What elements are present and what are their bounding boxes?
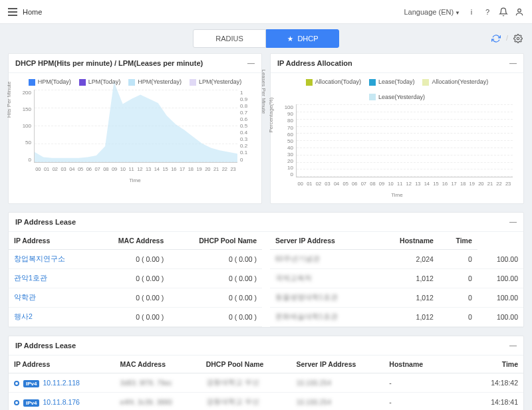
table-row[interactable]: 약학관0 ( 0.00 )0 ( 0.00 ) bbox=[9, 288, 262, 308]
ipv4-badge: IPv4 bbox=[23, 380, 39, 387]
card-title: IP Address Lease bbox=[15, 218, 76, 226]
table-row[interactable]: IPv410.11.8.176e4f4. 3c39. 3880경동대학교 무선1… bbox=[9, 393, 523, 410]
collapse-icon[interactable]: — bbox=[247, 59, 255, 67]
card-lease-summary: IP Address Lease — IP AddressMAC Address… bbox=[8, 212, 524, 328]
collapse-icon[interactable]: — bbox=[509, 59, 517, 67]
table-row[interactable]: 창업복지연구소0 ( 0.00 )0 ( 0.00 ) bbox=[9, 250, 262, 269]
breadcrumb-home[interactable]: Home bbox=[23, 8, 42, 16]
table-row[interactable]: 60주년기념관2,0240100.00 bbox=[270, 250, 523, 269]
chart-legend: Allocation(Today) Lease(Today) Allocatio… bbox=[277, 78, 517, 100]
refresh-icon[interactable] bbox=[491, 34, 501, 43]
settings-icon[interactable] bbox=[513, 34, 523, 43]
bell-icon[interactable] bbox=[499, 7, 508, 17]
table-row[interactable]: 문화예술대학1호관1,0120100.00 bbox=[270, 308, 523, 327]
card-ip-allocation: IP Address Allocation — Allocation(Today… bbox=[270, 53, 524, 204]
table-row[interactable]: IPv410.11.2.1183d83. 9f78. 79ec경동대학교 무선1… bbox=[9, 373, 523, 393]
info-icon[interactable]: i bbox=[467, 7, 476, 17]
card-dhcp-hpm-lpm: DHCP HPM(Hits per minute) / LPM(Leases p… bbox=[8, 53, 262, 204]
user-icon[interactable] bbox=[515, 7, 524, 17]
card-title: IP Address Allocation bbox=[277, 59, 352, 67]
table-row[interactable]: 동물생명대학1호관1,0120100.00 bbox=[270, 288, 523, 308]
status-icon bbox=[14, 381, 19, 386]
table-row[interactable]: 행사20 ( 0.00 )0 ( 0.00 ) bbox=[9, 308, 262, 327]
lease-summary-table-left: IP AddressMAC AddressDHCP Pool Name창업복지연… bbox=[9, 232, 262, 327]
menu-icon[interactable] bbox=[8, 8, 17, 16]
lease-detail-table: IP AddressMAC AddressDHCP Pool NameServe… bbox=[9, 356, 523, 410]
card-lease-detail: IP Address Lease — IP AddressMAC Address… bbox=[8, 336, 524, 410]
chart-allocation: Percentage(%) 1009080706050403020100 000… bbox=[277, 104, 517, 191]
collapse-icon[interactable]: — bbox=[509, 218, 517, 226]
ipv4-badge: IPv4 bbox=[23, 399, 39, 407]
status-icon bbox=[14, 400, 19, 405]
card-title: DHCP HPM(Hits per minute) / LPM(Leases p… bbox=[15, 59, 203, 67]
chart-legend: HPM(Today) LPM(Today) HPM(Yesterday) LPM… bbox=[15, 78, 255, 86]
tab-dhcp[interactable]: DHCP bbox=[266, 29, 339, 48]
lease-summary-table-right: Server IP AddressHostnameTime60주년기념관2,02… bbox=[270, 232, 523, 327]
chart-hpm-lpm: Hits Per Minute Leases Per Minute 200150… bbox=[15, 90, 255, 176]
svg-point-1 bbox=[517, 37, 519, 40]
table-row[interactable]: 관악1호관0 ( 0.00 )0 ( 0.00 ) bbox=[9, 269, 262, 288]
help-icon[interactable]: ? bbox=[483, 7, 492, 17]
collapse-icon[interactable]: — bbox=[509, 342, 517, 350]
card-title: IP Address Lease bbox=[15, 342, 76, 350]
tab-radius[interactable]: RADIUS bbox=[193, 29, 266, 48]
svg-point-0 bbox=[518, 9, 521, 12]
language-selector[interactable]: Language (EN)▼ bbox=[404, 8, 460, 16]
table-row[interactable]: 국제교육처1,0120100.00 bbox=[270, 269, 523, 288]
